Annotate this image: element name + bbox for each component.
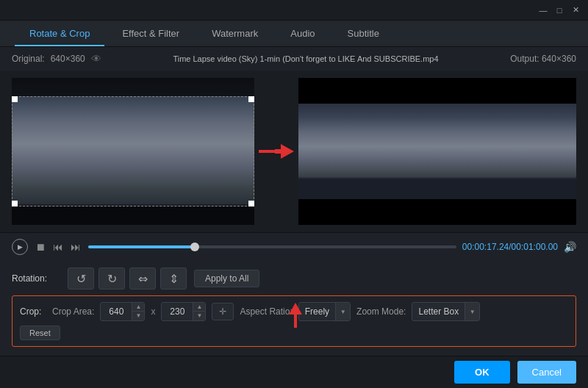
tab-audio[interactable]: Audio: [276, 22, 329, 46]
progress-thumb[interactable]: [190, 242, 199, 251]
playback-bar: ▶ ⏹ ⏮ ⏭ 00:00:17.24/00:01:00.00 🔊: [0, 232, 588, 260]
close-button[interactable]: ✕: [569, 4, 582, 17]
preview-left-video: [12, 78, 254, 225]
crop-width-input-group: ▲ ▼: [100, 302, 145, 321]
aspect-ratio-select[interactable]: Freely ▼: [298, 302, 351, 321]
zoom-mode-value: Letter Box: [412, 303, 465, 320]
flip-h-icon: ⇔: [138, 272, 148, 286]
crop-height-input-group: ▲ ▼: [161, 302, 206, 321]
arrow-indicator: [289, 303, 302, 328]
crop-border[interactable]: [12, 96, 254, 206]
arrow-indicator-line: [294, 315, 297, 328]
crop-height-input[interactable]: [162, 303, 193, 320]
output-label: Output:: [510, 54, 539, 64]
next-frame-button[interactable]: ⏭: [69, 240, 82, 254]
center-icon: ✛: [219, 306, 226, 317]
crop-width-up-button[interactable]: ▲: [132, 303, 144, 312]
apply-to-all-button[interactable]: Apply to All: [194, 270, 259, 287]
time-total: 00:01:00.00: [512, 242, 558, 252]
maximize-button[interactable]: □: [553, 4, 566, 17]
flip-vertical-button[interactable]: ⇕: [160, 267, 187, 290]
zoom-mode-label: Zoom Mode:: [356, 306, 406, 317]
crop-overlay-top: [12, 78, 254, 96]
crop-area-label: Crop Area:: [52, 306, 94, 317]
minimize-button[interactable]: —: [537, 4, 550, 17]
rotate-cw-button[interactable]: ↻: [98, 267, 125, 290]
video-black-top: [298, 78, 576, 104]
crop-label: Crop:: [20, 306, 46, 317]
progress-fill: [88, 245, 195, 248]
preview-right: [298, 78, 576, 225]
time-display: 00:00:17.24/00:01:00.00: [462, 242, 558, 252]
video-content: [298, 104, 576, 199]
aspect-ratio-label: Aspect Ratio:: [240, 306, 292, 317]
crop-height-down-button[interactable]: ▼: [193, 312, 205, 320]
center-crop-button[interactable]: ✛: [212, 303, 234, 320]
crop-width-spinners: ▲ ▼: [132, 303, 144, 320]
crop-height-up-button[interactable]: ▲: [193, 303, 205, 312]
crop-handle-tl[interactable]: [12, 96, 18, 102]
crop-handle-tr[interactable]: [248, 96, 254, 102]
tab-bar: Rotate & Crop Effect & Filter Watermark …: [0, 21, 588, 47]
crop-width-down-button[interactable]: ▼: [132, 312, 144, 320]
time-current: 00:00:17.24: [462, 242, 509, 252]
preview-area: [0, 71, 588, 232]
aspect-ratio-value: Freely: [299, 303, 335, 320]
info-bar: Original: 640×360 👁 Time Lapse video (Sk…: [0, 47, 588, 71]
arrow-right-icon: [281, 144, 294, 159]
preview-left: [12, 78, 254, 225]
crop-height-spinners: ▲ ▼: [193, 303, 205, 320]
video-black-bottom: [298, 199, 576, 225]
rotate-cw-icon: ↻: [107, 272, 117, 286]
output-size: 640×360: [542, 54, 576, 64]
progress-bar[interactable]: [88, 245, 456, 248]
crop-handle-bl[interactable]: [12, 201, 18, 206]
rotate-ccw-icon: ↺: [76, 272, 86, 286]
rotation-label: Rotation:: [12, 273, 63, 284]
flip-v-icon: ⇕: [169, 272, 179, 286]
volume-button[interactable]: 🔊: [564, 241, 576, 253]
original-label: Original:: [12, 54, 45, 64]
rotate-ccw-button[interactable]: ↺: [68, 267, 94, 290]
arrow-up-icon: [289, 303, 302, 315]
stop-button[interactable]: ⏹: [34, 240, 47, 254]
eye-icon[interactable]: 👁: [91, 53, 101, 65]
play-button[interactable]: ▶: [12, 239, 28, 255]
zoom-mode-dropdown-icon[interactable]: ▼: [465, 303, 479, 320]
bottom-bar: OK Cancel: [0, 356, 588, 388]
cancel-button[interactable]: Cancel: [517, 361, 576, 384]
flip-horizontal-button[interactable]: ⇔: [129, 267, 156, 290]
size-separator: x: [151, 306, 155, 317]
tab-subtitle[interactable]: Subtitle: [333, 22, 394, 46]
tab-rotate-crop[interactable]: Rotate & Crop: [15, 22, 104, 46]
tab-effect-filter[interactable]: Effect & Filter: [107, 22, 194, 46]
preview-right-video: [298, 78, 576, 225]
crop-overlay-bottom: [12, 206, 254, 225]
rotation-row: Rotation: ↺ ↻ ⇔ ⇕ Apply to All: [12, 267, 576, 290]
prev-frame-button[interactable]: ⏮: [51, 240, 65, 254]
playback-controls: ⏹ ⏮ ⏭: [34, 240, 82, 254]
ok-button[interactable]: OK: [454, 361, 510, 384]
reset-row: Reset: [20, 326, 568, 340]
crop-width-input[interactable]: [101, 303, 132, 320]
title-bar: — □ ✕: [0, 0, 588, 21]
original-size: 640×360: [51, 54, 85, 64]
reset-button[interactable]: Reset: [20, 326, 60, 340]
file-name: Time Lapse video (Sky) 1-min (Don't forg…: [101, 54, 510, 63]
crop-handle-br[interactable]: [248, 201, 254, 206]
zoom-mode-select[interactable]: Letter Box ▼: [412, 302, 480, 321]
preview-arrow: [254, 144, 298, 159]
tab-watermark[interactable]: Watermark: [197, 22, 273, 46]
aspect-ratio-dropdown-icon[interactable]: ▼: [335, 303, 350, 320]
